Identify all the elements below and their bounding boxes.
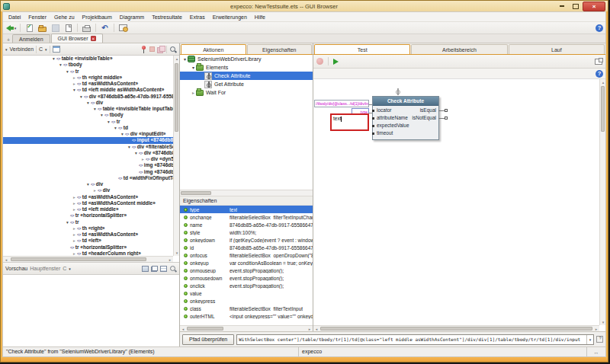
dom-tree-row[interactable]: tr <box>3 219 173 225</box>
dom-tree-row[interactable]: td «asWidthAsContent» <box>3 194 173 200</box>
collapse-icon[interactable] <box>120 131 125 137</box>
action-tree-row[interactable]: Wait For <box>180 88 313 97</box>
scroll-right-icon[interactable]: ▸ <box>593 326 599 332</box>
dom-tree-row[interactable]: td «left middle asWidthAsContent» <box>3 87 173 93</box>
pin-icon[interactable] <box>140 46 147 53</box>
property-row[interactable]: outerHTML<input onkeypress="" value="" o… <box>180 312 313 320</box>
dom-tree-row[interactable]: div <box>3 181 173 187</box>
expand-icon[interactable] <box>191 90 196 95</box>
menu-datei[interactable]: Datei <box>5 12 24 22</box>
chevron-down-icon[interactable]: ▾ <box>45 47 47 52</box>
add-tab-icon[interactable]: + <box>5 37 12 43</box>
dom-tree-row[interactable]: img «8746db85-a65e <box>3 169 173 175</box>
collapse-icon[interactable] <box>85 100 91 106</box>
menu-projektbaum[interactable]: Projektbaum <box>79 12 116 22</box>
connect-button[interactable]: Verbinden <box>10 46 34 52</box>
input-pin[interactable] <box>372 110 374 112</box>
input-pin[interactable] <box>372 117 374 120</box>
tab-eigenschaften[interactable]: Eigenschaften <box>247 44 313 54</box>
tab-arbeitsbereich[interactable]: Arbeitsbereich <box>411 44 507 54</box>
scroll-down-icon[interactable]: ▾ <box>600 319 605 325</box>
expand-icon[interactable] <box>72 238 77 244</box>
dom-tree-row[interactable]: td «asWidthAsContent» <box>3 231 173 238</box>
dom-tree-row[interactable]: div <box>3 100 173 106</box>
expand-icon[interactable] <box>140 156 146 162</box>
collapse-icon[interactable] <box>113 125 118 131</box>
close-tab-icon[interactable] <box>91 36 96 41</box>
menu-diagramm[interactable]: Diagramm <box>116 12 148 22</box>
property-row[interactable]: onkeyupvar conditionAsBoolean = true; on… <box>180 259 313 267</box>
minimize-button[interactable] <box>555 2 569 11</box>
tab-vorschau[interactable]: Vorschau <box>5 266 27 271</box>
properties-scrollbar[interactable]: ◂ ▸ <box>180 325 313 331</box>
collapse-icon[interactable] <box>51 56 56 62</box>
horizontal-scrollbar[interactable]: ◂ ▸ <box>3 256 173 262</box>
scroll-down-icon[interactable]: ▾ <box>174 250 179 256</box>
zoom-icon[interactable] <box>169 265 177 273</box>
horizontal-scrollbar[interactable]: ◂ ▸ <box>313 325 599 331</box>
scrollbar-thumb[interactable] <box>187 327 223 330</box>
scrollbar-thumb[interactable] <box>11 257 146 261</box>
collapse-icon[interactable] <box>182 56 188 62</box>
refresh-button[interactable]: C <box>39 46 43 52</box>
collapse-icon[interactable] <box>106 119 111 125</box>
tab-hauptfenster[interactable]: Hauptfenster <box>30 266 60 271</box>
chevron-down-icon[interactable]: ▾ <box>69 267 71 271</box>
collapse-icon[interactable] <box>72 87 77 93</box>
open-button[interactable] <box>37 23 48 34</box>
expand-icon[interactable] <box>92 187 98 193</box>
scroll-right-icon[interactable]: ▸ <box>167 257 173 263</box>
scroll-right-icon[interactable]: ▸ <box>307 326 313 332</box>
dom-tree-row[interactable]: div <box>3 187 173 193</box>
tab-aktionen[interactable]: Aktionen <box>181 44 246 54</box>
scroll-up-icon[interactable]: ▴ <box>174 56 179 62</box>
dom-tree-row[interactable]: th «right middle» <box>3 75 173 81</box>
dom-tree-row[interactable]: table «invisibleTable inputTable» <box>3 106 173 112</box>
back-button[interactable]: ▾ <box>5 23 17 34</box>
collapse-icon[interactable] <box>79 94 84 100</box>
input-pin[interactable] <box>372 125 374 127</box>
dom-tree-row[interactable]: td «headerColumn right» <box>3 251 173 256</box>
dom-tree-row[interactable]: td «widthFixOfInputText» <box>3 175 173 181</box>
grid-icon[interactable] <box>142 266 149 272</box>
scroll-left-icon[interactable]: ◂ <box>3 257 9 263</box>
dom-tree-row[interactable]: img «8746db85-a65e <box>3 162 173 168</box>
close-button[interactable]: × <box>583 2 605 11</box>
block-output-isnotequal[interactable]: isNotEqual <box>413 114 436 122</box>
undo-button[interactable] <box>99 23 111 34</box>
dom-tree-row[interactable]: tr <box>3 69 173 75</box>
input-pin[interactable] <box>372 133 374 135</box>
dom-tree-row[interactable]: div «8746db85-a65e-47db-9917-6558664 <box>3 94 173 100</box>
action-tree-scrollbar[interactable] <box>180 190 313 196</box>
path-field[interactable]: WithSelectBox center"]/table/tbody/tr[1]… <box>236 334 594 345</box>
dom-tree-row[interactable]: input «8746db85-a65 <box>3 137 173 143</box>
action-tree-row[interactable]: Elements <box>180 63 313 72</box>
collapse-icon[interactable] <box>85 181 91 187</box>
collapse-icon[interactable] <box>99 112 104 118</box>
collapse-icon[interactable] <box>58 62 63 68</box>
new-button[interactable] <box>63 23 74 34</box>
dom-tree-row[interactable]: td «asWidthAsContent» <box>3 81 173 87</box>
menu-erweiterungen[interactable]: Erweiterungen <box>209 12 251 22</box>
property-row[interactable]: onfocusfilterableSelectBox_openDropDown(… <box>180 251 313 259</box>
menu-fenster[interactable]: Fenster <box>24 12 50 22</box>
detach-window-icon[interactable] <box>595 59 602 65</box>
expand-icon[interactable] <box>72 200 77 206</box>
dom-tree-row[interactable]: div «filterableSelectB <box>3 144 173 150</box>
resize-grip-icon[interactable] <box>587 350 605 355</box>
dom-tree-row[interactable]: tr <box>3 119 173 125</box>
path-options-icon[interactable] <box>596 336 603 343</box>
menu-testresultate[interactable]: Testresultate <box>148 12 186 22</box>
scrollbar-thumb[interactable] <box>175 63 178 132</box>
inspect-element-icon[interactable] <box>169 46 177 53</box>
help-icon[interactable] <box>596 70 603 78</box>
dom-tree-row[interactable]: tr «horizontalSplitter» <box>3 212 173 219</box>
property-row[interactable]: value <box>180 289 313 297</box>
path-dropdown-icon[interactable] <box>586 335 593 344</box>
collapse-icon[interactable] <box>65 69 70 75</box>
collapse-icon[interactable] <box>191 65 196 70</box>
doc-tab-gui-browser[interactable]: GUI Browser <box>51 34 103 43</box>
preview-refresh-button[interactable]: C <box>63 266 66 271</box>
expected-value-editor[interactable]: text <box>330 113 369 131</box>
scrollbar-thumb[interactable] <box>181 191 211 195</box>
